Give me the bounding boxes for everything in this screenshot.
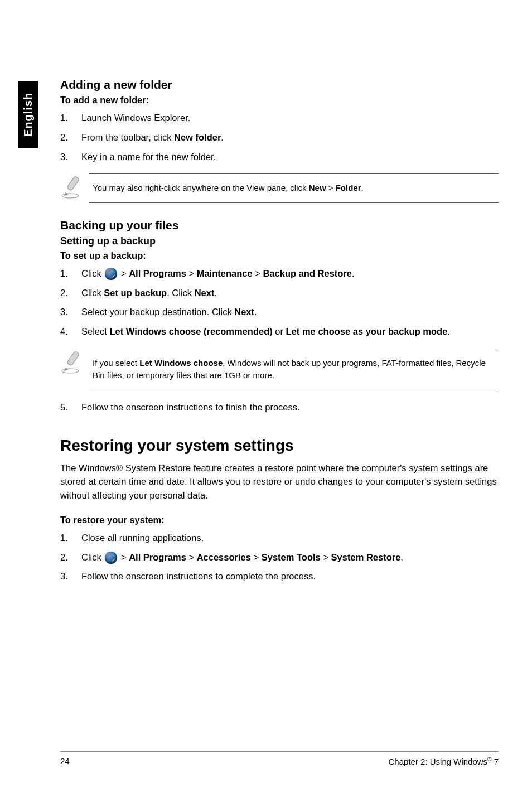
bold-text: Let Windows choose [139, 358, 223, 368]
subheading-to-add: To add a new folder: [60, 95, 499, 105]
subheading-setting-up: Setting up a backup [60, 235, 499, 247]
note-block: You may also right-click anywhere on the… [60, 173, 499, 203]
chapter-label: Chapter 2: Using Windows® 7 [389, 756, 499, 766]
list-item: 2. Click Set up backup. Click Next. [81, 286, 499, 300]
steps-restore: 1.Close all running applications. 2. Cli… [60, 531, 499, 583]
bold-text: System Restore [331, 552, 401, 562]
list-item: 1. Click > All Programs > Maintenance > … [81, 267, 499, 281]
list-item: 3.Key in a name for the new folder. [81, 150, 499, 164]
bold-text: Maintenance [197, 268, 253, 278]
bold-text: Folder [336, 183, 361, 192]
bold-text: All Programs [129, 268, 186, 278]
bold-text: Backup and Restore [263, 268, 352, 278]
svg-rect-4 [67, 351, 80, 366]
page-footer: 24 Chapter 2: Using Windows® 7 [60, 751, 499, 766]
bold-text: New folder [174, 132, 221, 142]
heading-add-folder: Adding a new folder [60, 78, 499, 91]
page-content: Adding a new folder To add a new folder:… [60, 78, 499, 593]
paragraph: The Windows® System Restore feature crea… [60, 461, 499, 503]
list-item: 3.Follow the onscreen instructions to co… [81, 569, 499, 583]
step-text: Follow the onscreen instructions to comp… [81, 571, 316, 581]
pencil-note-icon [60, 173, 89, 202]
bold-text: Let me choose as your backup mode [286, 326, 448, 336]
list-item: 1.Launch Windows Explorer. [81, 111, 499, 125]
note-text: If you select Let Windows choose, Window… [89, 349, 499, 390]
subheading-to-setup: To set up a backup: [60, 250, 499, 261]
list-item: 2. Click > All Programs > Accessories > … [81, 550, 499, 564]
list-item: 2. From the toolbar, click New folder. [81, 131, 499, 144]
language-tab: English [18, 81, 38, 148]
pencil-note-icon [60, 349, 89, 378]
step-text: Launch Windows Explorer. [81, 113, 190, 123]
step-text: Close all running applications. [81, 533, 204, 543]
svg-rect-1 [67, 176, 80, 191]
svg-point-3 [62, 369, 79, 373]
step-text: Key in a name for the new folder. [81, 152, 216, 162]
steps-add-folder: 1.Launch Windows Explorer. 2. From the t… [60, 111, 499, 163]
step-text: Follow the onscreen instructions to fini… [81, 402, 300, 412]
steps-backup-cont: 5.Follow the onscreen instructions to fi… [60, 400, 499, 414]
bold-text: All Programs [129, 552, 186, 562]
note-block: If you select Let Windows choose, Window… [60, 349, 499, 390]
list-item: 5.Follow the onscreen instructions to fi… [81, 400, 499, 414]
bold-text: New [309, 183, 326, 192]
windows-start-icon [105, 268, 117, 280]
heading-restoring: Restoring your system settings [60, 437, 499, 455]
list-item: 3. Select your backup destination. Click… [81, 305, 499, 319]
list-item: 1.Close all running applications. [81, 531, 499, 545]
bold-text: Next [195, 288, 215, 298]
page-number: 24 [60, 756, 70, 766]
list-item: 4. Select Let Windows choose (recommende… [81, 325, 499, 339]
bold-text: Set up backup [104, 288, 167, 298]
heading-backup: Backing up your files [60, 219, 499, 232]
step-text: . [221, 132, 224, 142]
steps-backup: 1. Click > All Programs > Maintenance > … [60, 267, 499, 339]
bold-text: Accessories [197, 552, 251, 562]
step-text: From the toolbar, click [81, 132, 174, 142]
windows-start-icon [105, 552, 117, 564]
svg-point-0 [62, 194, 79, 198]
note-text: You may also right-click anywhere on the… [89, 173, 499, 203]
subheading-to-restore: To restore your system: [60, 515, 499, 525]
bold-text: Next [234, 307, 254, 317]
bold-text: System Tools [262, 552, 321, 562]
bold-text: Let Windows choose (recommended) [109, 326, 272, 336]
